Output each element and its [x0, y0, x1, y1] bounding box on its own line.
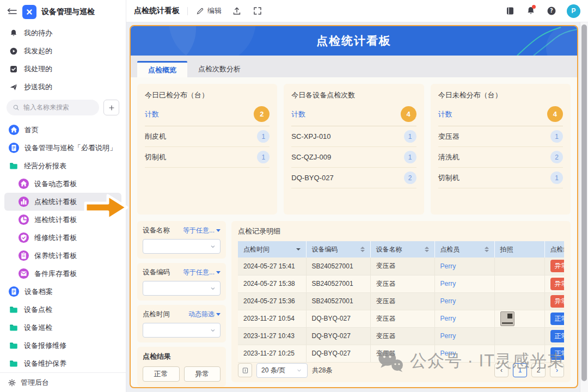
filter-operator-dropdown[interactable]: 等于任意... [183, 268, 220, 277]
value-badge: 1 [550, 130, 563, 143]
prev-page-button[interactable]: ‹ [494, 363, 509, 377]
tab-bar: 点检概览 点检次数分析 [131, 56, 577, 77]
add-button[interactable] [103, 100, 119, 115]
column-header-result[interactable]: 点检结果 [544, 241, 564, 258]
list-item[interactable]: 切制机 1 [438, 168, 563, 188]
inspector-link[interactable]: Perry [440, 315, 456, 322]
sidebar-item-my-handled[interactable]: 我处理的 [4, 60, 121, 78]
filter-operator-dropdown[interactable]: 等于任意... [183, 226, 220, 235]
sidebar-item-inspection-dashboard[interactable]: 点检统计看板 [4, 193, 121, 211]
list-item[interactable]: SC-XPJ-010 1 [291, 126, 416, 147]
inspector-link[interactable]: Perry [440, 280, 456, 287]
next-page-button[interactable]: › [550, 363, 564, 377]
inspector-link[interactable]: Perry [440, 332, 456, 340]
count-label[interactable]: 计数 [438, 109, 452, 119]
result-badge-abnormal: 异常 [550, 260, 565, 272]
list-item[interactable]: DQ-BYQ-027 2 [291, 168, 416, 188]
list-item[interactable]: SC-QZJ-009 1 [291, 147, 416, 168]
sidebar-group-analysis-reports[interactable]: 经营分析报表 [4, 157, 121, 175]
lower-row: 设备名称 等于任意... 设备编码 等于任意... [137, 221, 571, 387]
column-header-code[interactable]: 设备编码 [306, 241, 370, 258]
page-button-1[interactable]: 1 [513, 363, 527, 377]
collapse-sidebar-icon[interactable] [7, 7, 17, 17]
card-inspection-counts: 今日各设备点检次数 计数 4 SC-XPJ-010 1 SC-QZJ-009 1 [284, 84, 424, 215]
edit-button[interactable]: 编辑 [195, 6, 222, 16]
sidebar-item-cc-to-me[interactable]: 抄送我的 [4, 78, 121, 96]
share-button[interactable] [231, 5, 242, 16]
sidebar: 设备管理与巡检 我的待办 我发起的 我处理的 抄送我的 输入 [0, 0, 126, 392]
sidebar-item-device-archive[interactable]: 设备档案 [4, 283, 121, 301]
sidebar-item-guide[interactable]: 设备管理与巡检「必看说明」 [4, 139, 121, 157]
sidebar-item-spareparts-dashboard[interactable]: 备件库存看板 [4, 265, 121, 283]
sidebar-item-home[interactable]: 首页 [4, 121, 121, 139]
search-input[interactable]: 输入名称来搜索 [7, 100, 99, 115]
value-badge: 1 [257, 130, 270, 143]
list-item[interactable]: 削皮机 1 [145, 126, 270, 147]
dashboard-banner: 点检统计看板 [131, 26, 577, 56]
divider [187, 7, 188, 15]
value-badge: 1 [404, 130, 416, 143]
question-icon [546, 5, 557, 16]
card-inspected-today: 今日已检分布（台） 计数 2 削皮机 1 切制机 1 [137, 84, 277, 215]
device-name-select[interactable] [143, 239, 220, 254]
column-header-name[interactable]: 设备名称 [370, 241, 434, 258]
sidebar-menu: 首页 设备管理与巡检「必看说明」 经营分析报表 设备动态看板 点检统计看板 巡检… [0, 121, 126, 372]
book-icon [505, 5, 516, 16]
page-size-select[interactable]: 20 条/页 [256, 363, 308, 378]
inspector-link[interactable]: Perry [440, 262, 456, 270]
count-badge: 2 [254, 106, 270, 122]
sidebar-item-label: 保养统计看板 [34, 251, 77, 261]
bar-chart-icon [19, 197, 29, 207]
sidebar-item-my-initiated[interactable]: 我发起的 [4, 42, 121, 60]
device-code-select[interactable] [143, 281, 220, 296]
list-item[interactable]: 变压器 1 [438, 126, 563, 147]
admin-console-label: 管理后台 [21, 378, 49, 388]
list-item[interactable]: 切制机 1 [145, 147, 270, 168]
app-window: 设备管理与巡检 我的待办 我发起的 我处理的 抄送我的 输入 [0, 0, 588, 392]
fullscreen-button[interactable] [252, 5, 263, 16]
list-item[interactable]: 清洗机 2 [438, 147, 563, 168]
scrollbar-thumb[interactable] [581, 24, 587, 381]
sidebar-item-label: 设备维护保养 [24, 359, 66, 369]
table-view-button[interactable] [238, 363, 252, 377]
inspector-link[interactable]: Perry [440, 350, 456, 357]
sidebar-workflow-group: 我的待办 我发起的 我处理的 抄送我的 [0, 24, 126, 96]
sidebar-item-repair-dashboard[interactable]: 维修统计看板 [4, 229, 121, 247]
sidebar-item-patrol-dashboard[interactable]: 巡检统计看板 [4, 211, 121, 229]
sidebar-item-device-repair[interactable]: 设备报修维修 [4, 336, 121, 354]
sidebar-item-label: 设备管理与巡检「必看说明」 [24, 143, 117, 153]
card-title: 今日未检分布（台） [438, 90, 563, 100]
caret-down-icon [216, 313, 220, 316]
sidebar-item-device-maintenance[interactable]: 设备维护保养 [4, 354, 121, 372]
tab-inspection-overview[interactable]: 点检概览 [137, 61, 187, 77]
filter-inspection-result: 点检结果 正常 异常 [137, 347, 226, 387]
edit-label: 编辑 [207, 6, 222, 16]
tab-inspection-frequency[interactable]: 点检次数分析 [187, 61, 252, 77]
sidebar-item-device-patrol[interactable]: 设备巡检 [4, 318, 121, 336]
column-header-photo[interactable]: 拍照 [494, 241, 544, 258]
photo-thumbnail[interactable] [500, 311, 514, 326]
admin-console-button[interactable]: 管理后台 [0, 372, 126, 392]
send-icon [9, 82, 19, 92]
count-row: 计数 2 [145, 102, 270, 126]
user-avatar[interactable]: P [567, 4, 580, 18]
sidebar-item-device-inspection[interactable]: 设备点检 [4, 301, 121, 318]
count-label[interactable]: 计数 [145, 109, 159, 119]
sidebar-item-my-todo[interactable]: 我的待办 [4, 24, 121, 42]
count-label[interactable]: 计数 [291, 109, 305, 119]
inspector-link[interactable]: Perry [440, 297, 456, 305]
sidebar-item-maintenance-dashboard[interactable]: 保养统计看板 [4, 247, 121, 265]
docs-button[interactable] [505, 5, 516, 16]
page-button-2[interactable]: 2 [531, 363, 546, 377]
inspection-time-select[interactable] [143, 323, 220, 338]
filter-result-abnormal-button[interactable]: 异常 [184, 366, 221, 382]
help-button[interactable] [546, 5, 557, 16]
column-header-inspector[interactable]: 点检员 [434, 241, 494, 258]
notifications-button[interactable] [525, 5, 536, 16]
sidebar-item-label: 巡检统计看板 [34, 215, 77, 225]
filter-result-normal-button[interactable]: 正常 [143, 366, 180, 382]
sidebar-item-device-dashboard[interactable]: 设备动态看板 [4, 175, 121, 193]
filter-operator-dropdown[interactable]: 动态筛选 [188, 310, 220, 319]
result-badge-abnormal: 异常 [550, 278, 565, 290]
column-header-time[interactable]: 点检时间 [238, 241, 306, 258]
